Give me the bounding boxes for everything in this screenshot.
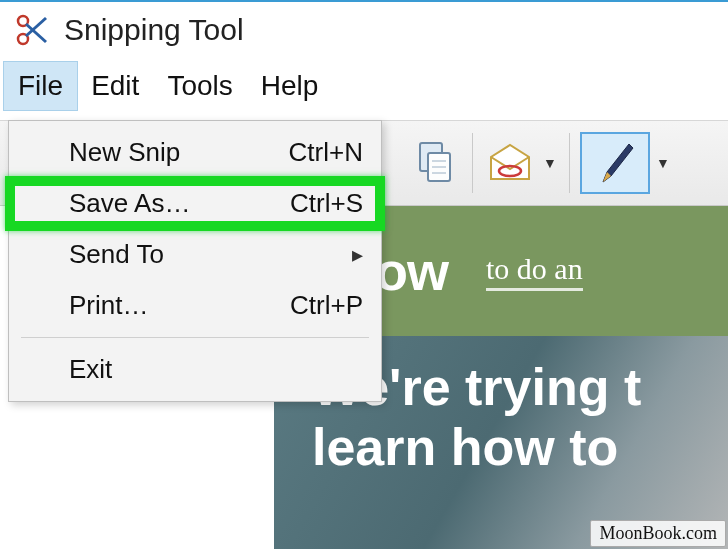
- menu-item-save-as[interactable]: Save As… Ctrl+S: [9, 178, 381, 229]
- window-title: Snipping Tool: [64, 13, 244, 47]
- menu-help[interactable]: Help: [247, 62, 333, 110]
- body-line-2: learn how to: [312, 418, 728, 478]
- menu-item-print[interactable]: Print… Ctrl+P: [9, 280, 381, 331]
- menubar: File Edit Tools Help: [0, 62, 728, 110]
- menu-tools[interactable]: Tools: [153, 62, 246, 110]
- menu-shortcut: Ctrl+P: [290, 290, 363, 321]
- menu-item-new-snip[interactable]: New Snip Ctrl+N: [9, 127, 381, 178]
- menu-separator: [21, 337, 369, 338]
- pen-icon: [593, 138, 637, 188]
- copy-icon: [416, 141, 454, 185]
- menu-label: Send To: [69, 239, 164, 270]
- menu-file[interactable]: File: [4, 62, 77, 110]
- menu-label: Exit: [69, 354, 112, 385]
- file-menu-dropdown: New Snip Ctrl+N Save As… Ctrl+S Send To …: [8, 120, 382, 402]
- scissors-icon: [14, 12, 50, 48]
- pen-dropdown-arrow[interactable]: ▼: [654, 155, 672, 171]
- submenu-arrow-icon: ▸: [352, 242, 363, 268]
- menu-edit[interactable]: Edit: [77, 62, 153, 110]
- titlebar: Snipping Tool: [0, 2, 728, 62]
- send-mail-button[interactable]: [483, 133, 537, 193]
- menu-label: New Snip: [69, 137, 180, 168]
- copy-button[interactable]: [408, 133, 462, 193]
- menu-label: Save As…: [69, 188, 190, 219]
- menu-label: Print…: [69, 290, 148, 321]
- toolbar-separator: [569, 133, 570, 193]
- menu-item-send-to[interactable]: Send To ▸: [9, 229, 381, 280]
- toolbar-separator: [472, 133, 473, 193]
- menu-shortcut: Ctrl+N: [289, 137, 363, 168]
- menu-shortcut: Ctrl+S: [290, 188, 363, 219]
- pen-button[interactable]: [580, 132, 650, 194]
- wikihow-tagline: to do an: [486, 252, 583, 291]
- svg-marker-9: [491, 145, 529, 179]
- watermark: MoonBook.com: [590, 520, 726, 547]
- envelope-icon: [487, 143, 533, 183]
- snipping-tool-window: Snipping Tool File Edit Tools Help ▼: [0, 0, 728, 549]
- mail-dropdown-arrow[interactable]: ▼: [541, 155, 559, 171]
- menu-item-exit[interactable]: Exit: [9, 344, 381, 395]
